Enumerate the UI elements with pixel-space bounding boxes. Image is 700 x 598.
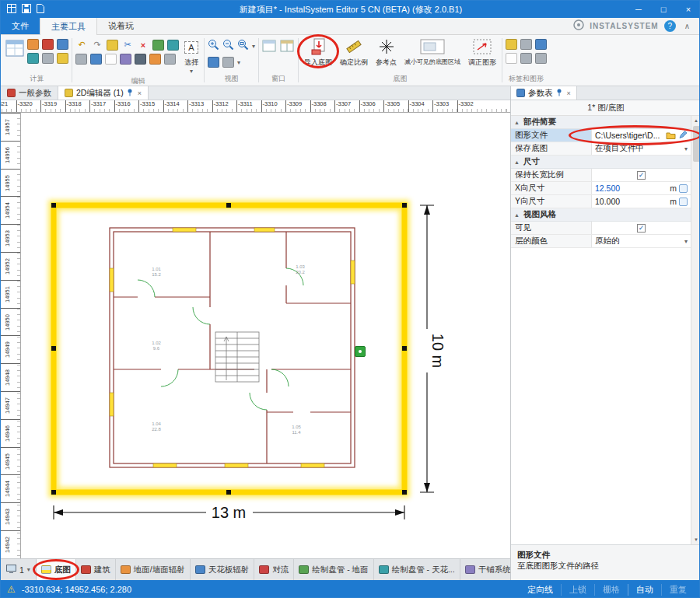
page-selector[interactable]: 1 ▾ [1, 559, 37, 580]
graphic-file-value[interactable]: C:\Users\tiger\D... [595, 131, 663, 140]
doc-tab-general-params[interactable]: 一般参数 [1, 86, 58, 100]
pin-icon[interactable] [127, 89, 133, 98]
calculation-table-icon[interactable] [5, 37, 24, 61]
row-layer-color[interactable]: 层的颜色 原始的 ▾ [511, 235, 691, 248]
layer-tab-coil-ceiling[interactable]: 绘制盘管 - 天花... [374, 559, 460, 580]
row-keep-aspect-ratio[interactable]: 保持长宽比例 ✓ [511, 169, 691, 182]
section-collapse-icon[interactable]: ▲ [514, 120, 520, 125]
graphic-shape-icon[interactable] [535, 53, 547, 64]
section-component[interactable]: ▲ 部件简要 [511, 116, 691, 129]
toggle-ortho[interactable]: 定向线 [520, 584, 561, 596]
maximize-button[interactable]: □ [651, 1, 676, 18]
calc-run-icon[interactable] [27, 39, 39, 50]
import-basemap-button[interactable]: 导入底图 [302, 37, 334, 68]
basemap-selection-frame[interactable] [54, 205, 404, 492]
align-icon[interactable] [120, 54, 131, 65]
help-icon[interactable]: ? [664, 20, 676, 32]
pin-icon[interactable] [556, 89, 562, 98]
doc-tab-2d-editor[interactable]: 2D编辑器 (1) × [58, 86, 149, 100]
scroll-down-icon[interactable]: ▼ [691, 535, 700, 544]
zoom-out-icon[interactable] [222, 39, 234, 54]
label-add-icon[interactable] [520, 39, 532, 50]
close-button[interactable]: × [676, 1, 700, 18]
new-document-icon[interactable] [37, 2, 44, 16]
browse-folder-icon[interactable] [666, 131, 676, 141]
array-icon[interactable] [149, 54, 161, 65]
layer-tab-building[interactable]: 建筑 [76, 559, 116, 580]
toggle-lock[interactable]: 上锁 [561, 584, 594, 596]
graphic-line-icon[interactable] [520, 53, 532, 64]
adjust-graphic-button[interactable]: 调正图形 [466, 37, 499, 68]
save-icon[interactable] [22, 2, 31, 16]
panel-scrollbar[interactable]: ▲ ▼ [691, 116, 700, 544]
row-graphic-file[interactable]: 图形文件 C:\Users\tiger\D... [511, 129, 691, 142]
section-size[interactable]: ▲ 尺寸 [511, 156, 691, 169]
tab-file[interactable]: 文件 [1, 18, 40, 34]
set-scale-button[interactable]: 确定比例 [338, 37, 370, 68]
format-painter-icon[interactable] [167, 40, 179, 51]
minimize-button[interactable]: ─ [626, 1, 651, 18]
visible-checkbox[interactable]: ✓ [637, 224, 646, 233]
cut-icon[interactable]: ✂ [121, 39, 134, 51]
calc-stop-icon[interactable] [42, 39, 54, 50]
calc-check-icon[interactable] [57, 53, 68, 64]
view-monitor-icon[interactable] [208, 57, 219, 68]
app-grid-icon[interactable] [7, 2, 16, 16]
layer-tab-coil-floor[interactable]: 绘制盘管 - 地面 [294, 559, 373, 580]
section-collapse-icon[interactable]: ▲ [514, 159, 520, 165]
save-basemap-value[interactable]: 在项目文件中 [595, 143, 682, 154]
view-dropdown-icon[interactable]: ▾ [237, 59, 240, 66]
y-size-formula-icon[interactable] [679, 198, 688, 206]
layer-color-dropdown-icon[interactable]: ▾ [684, 238, 688, 245]
row-visible[interactable]: 可见 ✓ [511, 222, 691, 235]
y-size-value[interactable]: 10.000 [595, 197, 620, 206]
close-panel-icon[interactable]: × [565, 89, 571, 97]
undo-icon[interactable]: ↶ [75, 39, 88, 51]
toggle-auto[interactable]: 自动 [628, 584, 661, 596]
label-text-icon[interactable] [506, 53, 517, 64]
section-view-style[interactable]: ▲ 视图风格 [511, 208, 691, 222]
x-size-value[interactable]: 12.500 [595, 184, 620, 193]
layer-tab-convection[interactable]: 对流 [254, 559, 294, 580]
rotate-icon[interactable] [90, 54, 102, 65]
calc-report-icon[interactable] [42, 53, 54, 64]
reference-point-handle[interactable] [355, 346, 366, 357]
window-cascade-icon[interactable] [262, 40, 277, 56]
view-layers-icon[interactable] [222, 57, 234, 68]
page-dropdown-icon[interactable]: ▾ [27, 566, 30, 573]
reference-point-button[interactable]: 参考点 [373, 37, 399, 68]
tab-main-tools[interactable]: 主要工具 [40, 18, 97, 35]
layer-tab-basemap[interactable]: 底图 [37, 559, 76, 580]
zoom-dropdown-icon[interactable]: ▾ [252, 43, 255, 50]
mirror-icon[interactable] [105, 54, 117, 65]
layer-tab-ceiling-radiant[interactable]: 天花板辐射 [191, 559, 255, 580]
collapse-ribbon-icon[interactable]: ∧ [681, 22, 693, 30]
scroll-up-icon[interactable]: ▲ [691, 116, 700, 125]
move-icon[interactable] [75, 54, 87, 65]
section-collapse-icon[interactable]: ▲ [514, 212, 520, 218]
select-button[interactable]: A 选择 ▾ [182, 37, 201, 76]
edit-pencil-icon[interactable] [678, 130, 688, 141]
x-size-formula-icon[interactable] [679, 184, 688, 193]
layer-color-value[interactable]: 原始的 [595, 236, 682, 247]
scrollbar-thumb[interactable] [693, 126, 700, 162]
calc-results-icon[interactable] [27, 53, 39, 64]
zoom-in-icon[interactable] [208, 39, 219, 54]
row-x-size[interactable]: X向尺寸 12.500 m [511, 182, 691, 195]
redo-icon[interactable]: ↷ [91, 39, 103, 51]
paste-icon[interactable] [107, 40, 118, 51]
close-tab-icon[interactable]: × [136, 89, 142, 97]
layer-tab-dry-system[interactable]: 干铺系统 [460, 559, 510, 580]
toggle-grid[interactable]: 栅格 [594, 584, 628, 596]
save-basemap-dropdown-icon[interactable]: ▾ [684, 145, 688, 152]
copy-icon[interactable] [152, 40, 164, 51]
keep-aspect-ratio-checkbox[interactable]: ✓ [637, 171, 646, 180]
label-tag-icon[interactable] [506, 39, 517, 50]
reduce-visible-area-button[interactable]: 减小可见的底图区域 [402, 37, 463, 68]
zoom-fit-icon[interactable] [237, 39, 249, 54]
graphic-frame-icon[interactable] [535, 39, 547, 50]
snap-icon[interactable] [164, 54, 176, 65]
row-save-basemap[interactable]: 保存底图 在项目文件中 ▾ [511, 142, 691, 156]
warning-icon[interactable]: ⚠ [7, 584, 16, 595]
window-tile-icon[interactable] [280, 40, 295, 56]
